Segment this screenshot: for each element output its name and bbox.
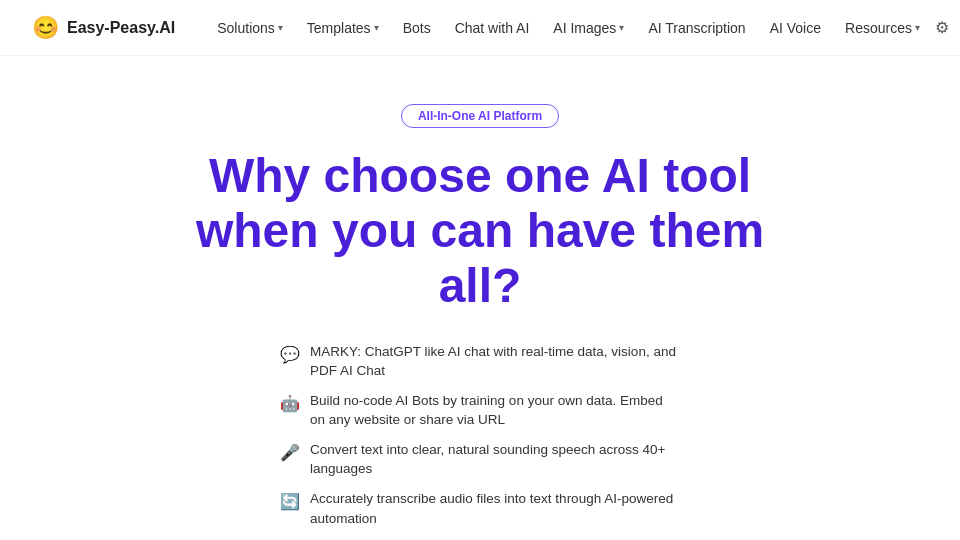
chevron-down-icon: ▾	[619, 22, 624, 33]
chevron-down-icon: ▾	[915, 22, 920, 33]
nav-item-chat-with-ai[interactable]: Chat with AI	[445, 14, 540, 42]
chevron-down-icon: ▾	[278, 22, 283, 33]
nav-item-label: AI Voice	[770, 20, 821, 36]
nav-item-label: Bots	[403, 20, 431, 36]
nav-item-label: Solutions	[217, 20, 275, 36]
feature-text-2: Convert text into clear, natural soundin…	[310, 440, 680, 479]
settings-icon[interactable]: ⚙	[930, 12, 955, 44]
feature-text-1: Build no-code AI Bots by training on you…	[310, 391, 680, 430]
navbar: 😊 Easy-Peasy.AI Solutions▾Templates▾Bots…	[0, 0, 960, 56]
nav-item-label: Chat with AI	[455, 20, 530, 36]
nav-item-bots[interactable]: Bots	[393, 14, 441, 42]
logo[interactable]: 😊 Easy-Peasy.AI	[32, 15, 175, 41]
nav-item-ai-voice[interactable]: AI Voice	[760, 14, 831, 42]
nav-item-ai-images[interactable]: AI Images▾	[543, 14, 634, 42]
hero-section: All-In-One AI Platform Why choose one AI…	[0, 56, 960, 540]
nav-actions: ⚙ ✦ Log in Sign up	[930, 5, 960, 51]
feature-item-3: 🔄 Accurately transcribe audio files into…	[280, 489, 680, 528]
hero-badge: All-In-One AI Platform	[401, 104, 559, 128]
feature-icon-1: 🤖	[280, 392, 300, 415]
nav-item-label: Templates	[307, 20, 371, 36]
nav-item-label: Resources	[845, 20, 912, 36]
feature-icon-3: 🔄	[280, 490, 300, 513]
logo-text: Easy-Peasy.AI	[67, 19, 175, 37]
nav-item-label: AI Images	[553, 20, 616, 36]
chevron-down-icon: ▾	[374, 22, 379, 33]
feature-text-0: MARKY: ChatGPT like AI chat with real-ti…	[310, 342, 680, 381]
nav-item-solutions[interactable]: Solutions▾	[207, 14, 293, 42]
feature-text-3: Accurately transcribe audio files into t…	[310, 489, 680, 528]
nav-item-resources[interactable]: Resources▾	[835, 14, 930, 42]
feature-icon-0: 💬	[280, 343, 300, 366]
nav-item-label: AI Transcription	[648, 20, 745, 36]
nav-item-templates[interactable]: Templates▾	[297, 14, 389, 42]
nav-links: Solutions▾Templates▾BotsChat with AIAI I…	[207, 14, 930, 42]
features-list: 💬 MARKY: ChatGPT like AI chat with real-…	[280, 342, 680, 540]
feature-item-1: 🤖 Build no-code AI Bots by training on y…	[280, 391, 680, 430]
feature-item-2: 🎤 Convert text into clear, natural sound…	[280, 440, 680, 479]
feature-item-0: 💬 MARKY: ChatGPT like AI chat with real-…	[280, 342, 680, 381]
feature-icon-2: 🎤	[280, 441, 300, 464]
logo-icon: 😊	[32, 15, 59, 41]
hero-title: Why choose one AI tool when you can have…	[196, 148, 764, 314]
nav-item-ai-transcription[interactable]: AI Transcription	[638, 14, 755, 42]
